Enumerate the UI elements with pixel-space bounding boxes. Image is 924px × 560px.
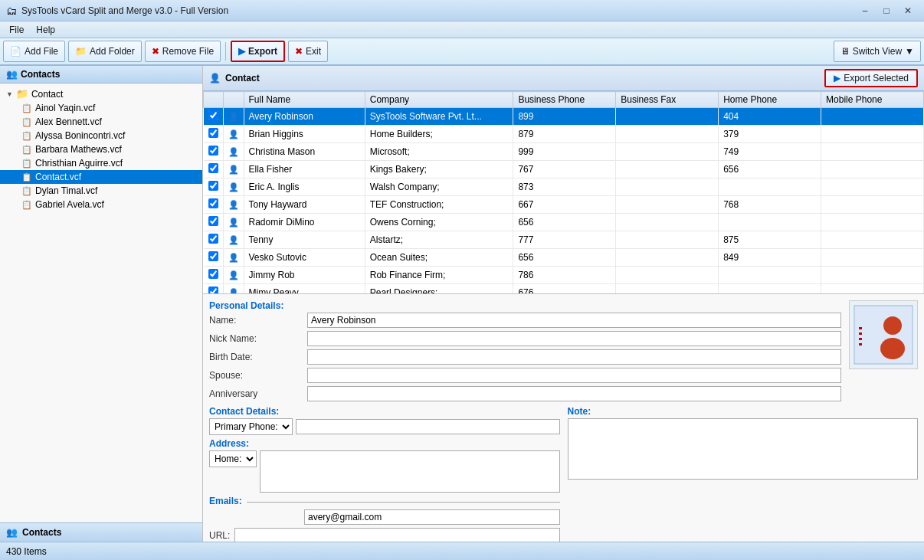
sidebar-header: 👥 Contacts xyxy=(0,66,202,84)
row-checkbox-cell[interactable] xyxy=(204,267,224,284)
table-row[interactable]: 👤 Radomir DiMino Owens Corning; 656 xyxy=(204,214,924,231)
tree-item[interactable]: 📋Dylan Timal.vcf xyxy=(0,184,202,198)
menu-bar: File Help xyxy=(0,21,924,38)
row-checkbox-cell[interactable] xyxy=(204,231,224,249)
sidebar-title: Contacts xyxy=(21,69,60,80)
row-company: Rob Finance Firm; xyxy=(365,267,513,284)
close-button[interactable]: ✕ xyxy=(898,3,918,18)
tree-item-label: Dylan Timal.vcf xyxy=(35,185,97,196)
row-checkbox[interactable] xyxy=(208,181,218,191)
row-checkbox-cell[interactable] xyxy=(204,126,224,143)
row-icon-cell: 👤 xyxy=(223,231,244,249)
row-name: Avery Robinson xyxy=(244,108,365,126)
tree-item[interactable]: 📋Alex Bennett.vcf xyxy=(0,115,202,129)
tree-item[interactable]: 📋Barbara Mathews.vcf xyxy=(0,142,202,156)
export-selected-button[interactable]: ▶ Export Selected xyxy=(824,69,918,87)
row-checkbox[interactable] xyxy=(208,269,218,279)
row-checkbox[interactable] xyxy=(208,110,218,120)
table-row[interactable]: 👤 Eric A. Inglis Walsh Company; 873 xyxy=(204,178,924,196)
table-row[interactable]: 👤 Tony Hayward TEF Construction; 667 768 xyxy=(204,196,924,214)
note-area[interactable] xyxy=(568,418,919,480)
name-input[interactable] xyxy=(307,313,841,328)
tree-item[interactable]: 📋Christhian Aguirre.vcf xyxy=(0,156,202,170)
col-home-phone[interactable]: Home Phone xyxy=(719,92,821,108)
add-folder-button[interactable]: 📁 Add Folder xyxy=(68,41,142,62)
table-row[interactable]: 👤 Vesko Sutovic Ocean Suites; 656 849 xyxy=(204,249,924,267)
table-row[interactable]: 👤 Jimmy Rob Rob Finance Firm; 786 xyxy=(204,267,924,284)
row-home-phone xyxy=(719,284,821,295)
row-business-fax xyxy=(616,214,719,231)
col-business-phone[interactable]: Business Phone xyxy=(513,92,616,108)
row-business-phone: 777 xyxy=(513,231,616,249)
row-mobile-phone xyxy=(821,108,924,126)
row-checkbox[interactable] xyxy=(208,163,218,173)
email-input[interactable] xyxy=(304,509,560,525)
url-input[interactable] xyxy=(234,528,559,542)
row-checkbox[interactable] xyxy=(208,216,218,226)
col-mobile-phone[interactable]: Mobile Phone xyxy=(821,92,924,108)
col-company[interactable]: Company xyxy=(365,92,513,108)
tree-item[interactable]: 📋Gabriel Avela.vcf xyxy=(0,198,202,211)
table-row[interactable]: 👤 Brian Higgins Home Builders; 879 379 xyxy=(204,126,924,143)
row-checkbox[interactable] xyxy=(208,198,218,208)
exit-button[interactable]: ✖ Exit xyxy=(288,41,328,62)
table-row[interactable]: 👤 Avery Robinson SysTools Software Pvt. … xyxy=(204,108,924,126)
tree-item[interactable]: 📋Ainol Yaqin.vcf xyxy=(0,101,202,115)
col-fullname[interactable]: Full Name xyxy=(244,92,365,108)
export-button[interactable]: ▶ Export xyxy=(231,41,285,62)
row-checkbox-cell[interactable] xyxy=(204,196,224,214)
col-business-fax[interactable]: Business Fax xyxy=(616,92,719,108)
maximize-button[interactable]: □ xyxy=(876,3,896,18)
window-title: SysTools vCard Split and Merge v3.0 - Fu… xyxy=(21,5,855,16)
tree-item[interactable]: 📋Alyssa Bonincontri.vcf xyxy=(0,129,202,142)
row-checkbox[interactable] xyxy=(208,287,218,294)
row-home-phone xyxy=(719,214,821,231)
sidebar: 👥 Contacts ▼ 📁 Contact 📋Ainol Yaqin.vcf📋… xyxy=(0,66,203,542)
add-file-button[interactable]: 📄 Add File xyxy=(3,41,65,62)
row-name: Christina Mason xyxy=(244,143,365,161)
remove-file-button[interactable]: ✖ Remove File xyxy=(145,41,221,62)
table-header: Full Name Company Business Phone Busines… xyxy=(204,92,924,108)
row-checkbox[interactable] xyxy=(208,234,218,244)
nick-input[interactable] xyxy=(307,331,841,346)
row-checkbox[interactable] xyxy=(208,146,218,156)
contact-row-icon: 👤 xyxy=(228,218,239,227)
address-type-select[interactable]: Home: xyxy=(209,450,257,467)
sidebar-footer-label: Contacts xyxy=(22,527,61,538)
switch-view-arrow: ▼ xyxy=(905,46,914,57)
row-checkbox-cell[interactable] xyxy=(204,284,224,295)
row-checkbox-cell[interactable] xyxy=(204,108,224,126)
switch-view-button[interactable]: 🖥 Switch View ▼ xyxy=(834,41,921,62)
toolbar-right: 🖥 Switch View ▼ xyxy=(834,41,921,62)
table-row[interactable]: 👤 Ella Fisher Kings Bakery; 767 656 xyxy=(204,161,924,178)
row-checkbox-cell[interactable] xyxy=(204,161,224,178)
row-checkbox-cell[interactable] xyxy=(204,249,224,267)
menu-help[interactable]: Help xyxy=(30,23,61,37)
row-checkbox-cell[interactable] xyxy=(204,214,224,231)
table-row[interactable]: 👤 Tenny Alstartz; 777 875 xyxy=(204,231,924,249)
sidebar-footer: 👥 Contacts xyxy=(0,522,202,542)
row-checkbox[interactable] xyxy=(208,251,218,261)
table-row[interactable]: 👤 Mimy Peavy Pearl Designers; 676 xyxy=(204,284,924,295)
menu-file[interactable]: File xyxy=(3,23,30,37)
tree-item[interactable]: 📋Contact.vcf xyxy=(0,170,202,184)
minimize-button[interactable]: – xyxy=(855,3,875,18)
anniversary-input[interactable] xyxy=(307,386,841,401)
row-checkbox-cell[interactable] xyxy=(204,178,224,196)
url-label: URL: xyxy=(209,530,230,541)
row-checkbox-cell[interactable] xyxy=(204,143,224,161)
birth-input[interactable] xyxy=(307,349,841,365)
row-icon-cell: 👤 xyxy=(223,108,244,126)
tree-root-folder[interactable]: ▼ 📁 Contact xyxy=(0,87,202,101)
table-row[interactable]: 👤 Christina Mason Microsoft; 999 749 xyxy=(204,143,924,161)
row-checkbox[interactable] xyxy=(208,128,218,138)
address-textarea[interactable] xyxy=(260,450,560,493)
row-company: TEF Construction; xyxy=(365,196,513,214)
row-business-phone: 767 xyxy=(513,161,616,178)
phone-input[interactable] xyxy=(296,419,560,434)
spouse-input[interactable] xyxy=(307,368,841,383)
col-checkbox xyxy=(204,92,224,108)
row-company: SysTools Software Pvt. Lt... xyxy=(365,108,513,126)
primary-phone-select[interactable]: Primary Phone: xyxy=(209,418,293,435)
row-icon-cell: 👤 xyxy=(223,178,244,196)
